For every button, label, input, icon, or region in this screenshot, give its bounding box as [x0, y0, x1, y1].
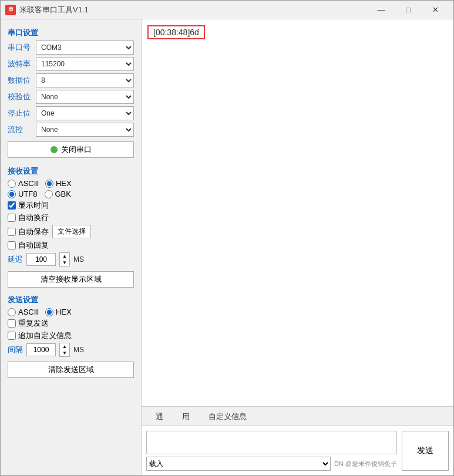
- received-data: [00:38:48]6d: [147, 25, 205, 39]
- utf8-label: UTF8: [18, 190, 38, 198]
- utf8-radio-item[interactable]: UTF8: [8, 190, 38, 198]
- add-custom-label: 追加自定义信息: [18, 330, 72, 341]
- bottom-section: 通 用 自定义信息 载入: [142, 406, 453, 475]
- add-custom-checkbox[interactable]: [8, 332, 16, 340]
- load-select[interactable]: 载入: [146, 457, 331, 471]
- send-hex-radio[interactable]: [45, 308, 53, 316]
- interval-up-button[interactable]: ▲: [60, 343, 69, 350]
- send-section-title: 发送设置: [8, 295, 134, 305]
- baud-select[interactable]: 115200 9600 19200 38400 57600: [36, 57, 134, 71]
- delay-down-button[interactable]: ▼: [60, 259, 69, 266]
- baud-row: 波特率 115200 9600 19200 38400 57600: [8, 57, 134, 71]
- show-time-label: 显示时间: [18, 200, 49, 211]
- data-label: 数据位: [8, 75, 32, 86]
- auto-newline-checkbox-item[interactable]: 自动换行: [8, 212, 134, 223]
- port-label: 串口号: [8, 42, 32, 53]
- receive-area: [00:38:48]6d: [142, 19, 453, 406]
- interval-down-button[interactable]: ▼: [60, 350, 69, 356]
- hex-radio-item[interactable]: HEX: [45, 179, 72, 188]
- stop-select[interactable]: One Two OnePointFive: [36, 106, 134, 120]
- interval-label: 间隔: [8, 345, 23, 355]
- port-row: 串口号 COM3 COM1 COM2 COM4: [8, 40, 134, 55]
- window-title: 米联客串口工具V1.1: [19, 5, 368, 15]
- auto-save-label: 自动保存: [18, 227, 49, 237]
- tab-tong[interactable]: 通: [146, 409, 173, 426]
- parity-select[interactable]: None Odd Even: [36, 90, 134, 104]
- clear-receive-button[interactable]: 清空接收显示区域: [8, 271, 134, 288]
- tab-custom-info[interactable]: 自定义信息: [199, 409, 256, 426]
- interval-unit: MS: [73, 346, 84, 354]
- auto-newline-label: 自动换行: [18, 212, 49, 223]
- interval-input[interactable]: [26, 343, 56, 356]
- app-icon: 串: [5, 5, 16, 15]
- tabs-row: 通 用 自定义信息: [142, 407, 453, 426]
- port-select[interactable]: COM3 COM1 COM2 COM4: [36, 40, 134, 55]
- watermark-text: DN @爱米件俊锦兔子: [334, 460, 397, 468]
- ascii-radio-item[interactable]: ASCII: [8, 179, 38, 188]
- parity-label: 校验位: [8, 92, 32, 102]
- hex-label: HEX: [56, 179, 72, 188]
- port-status-led: [51, 146, 58, 153]
- delay-unit: MS: [73, 255, 84, 264]
- tab-yong[interactable]: 用: [173, 409, 199, 426]
- receive-encoding-row1: ASCII HEX: [8, 179, 134, 188]
- data-select[interactable]: 8 5 6 7: [36, 73, 134, 87]
- utf8-radio[interactable]: [8, 190, 16, 198]
- auto-newline-checkbox[interactable]: [8, 214, 16, 222]
- flow-label: 流控: [8, 124, 32, 135]
- repeat-send-checkbox[interactable]: [8, 319, 16, 328]
- send-ascii-radio-item[interactable]: ASCII: [8, 308, 38, 316]
- gbk-radio[interactable]: [45, 190, 53, 198]
- clear-send-button[interactable]: 清除发送区域: [8, 362, 134, 378]
- delay-label: 延迟: [8, 254, 23, 265]
- close-button[interactable]: ✕: [422, 1, 449, 19]
- data-row: 数据位 8 5 6 7: [8, 73, 134, 87]
- flow-select[interactable]: None XOnXOff RequestToSend: [36, 123, 134, 137]
- auto-save-checkbox-item[interactable]: 自动保存: [8, 227, 49, 237]
- ascii-radio[interactable]: [8, 180, 16, 188]
- stop-row: 停止位 One Two OnePointFive: [8, 106, 134, 120]
- auto-reply-checkbox-item[interactable]: 自动回复: [8, 240, 134, 251]
- maximize-button[interactable]: □: [395, 1, 422, 19]
- gbk-radio-item[interactable]: GBK: [45, 190, 71, 198]
- delay-input[interactable]: [26, 253, 56, 266]
- left-panel: 串口设置 串口号 COM3 COM1 COM2 COM4 波特率 115200 …: [1, 19, 142, 475]
- receive-encoding-row2: UTF8 GBK: [8, 190, 134, 198]
- ascii-label: ASCII: [18, 179, 38, 188]
- repeat-send-label: 重复发送: [18, 318, 49, 329]
- main-window: 串 米联客串口工具V1.1 — □ ✕ 串口设置 串口号 COM3 COM1 C…: [0, 0, 454, 476]
- right-panel: [00:38:48]6d 通 用 自定义信息: [142, 19, 453, 475]
- send-encoding-row: ASCII HEX: [8, 308, 134, 316]
- auto-save-row: 自动保存 文件选择: [8, 225, 134, 238]
- close-port-label: 关闭串口: [61, 144, 92, 155]
- hex-radio[interactable]: [45, 180, 53, 188]
- file-select-button[interactable]: 文件选择: [52, 225, 91, 238]
- send-button[interactable]: 发送: [402, 431, 449, 471]
- show-time-checkbox-item[interactable]: 显示时间: [8, 200, 134, 211]
- send-hex-radio-item[interactable]: HEX: [45, 308, 72, 316]
- minimize-button[interactable]: —: [368, 1, 395, 19]
- receive-content: [00:38:48]6d: [147, 25, 448, 39]
- delay-up-button[interactable]: ▲: [60, 253, 69, 259]
- send-bottom-row: 载入 DN @爱米件俊锦兔子: [146, 457, 397, 471]
- receive-section-title: 接收设置: [8, 166, 134, 177]
- parity-row: 校验位 None Odd Even: [8, 90, 134, 104]
- gbk-label: GBK: [55, 190, 71, 198]
- auto-reply-label: 自动回复: [18, 240, 49, 251]
- flow-row: 流控 None XOnXOff RequestToSend: [8, 123, 134, 137]
- auto-reply-checkbox[interactable]: [8, 241, 16, 249]
- show-time-checkbox[interactable]: [8, 201, 16, 210]
- stop-label: 停止位: [8, 108, 32, 119]
- send-input-area: 载入 DN @爱米件俊锦兔子: [146, 431, 397, 471]
- add-custom-checkbox-item[interactable]: 追加自定义信息: [8, 330, 134, 341]
- auto-save-checkbox[interactable]: [8, 228, 16, 236]
- send-textarea[interactable]: [146, 431, 397, 454]
- send-ascii-radio[interactable]: [8, 308, 16, 316]
- send-ascii-label: ASCII: [18, 308, 38, 316]
- delay-row: 延迟 ▲ ▼ MS: [8, 252, 134, 266]
- main-content: 串口设置 串口号 COM3 COM1 COM2 COM4 波特率 115200 …: [1, 19, 453, 475]
- interval-row: 间隔 ▲ ▼ MS: [8, 343, 134, 357]
- close-port-button[interactable]: 关闭串口: [8, 141, 134, 158]
- serial-section-title: 串口设置: [8, 28, 134, 38]
- repeat-send-checkbox-item[interactable]: 重复发送: [8, 318, 134, 329]
